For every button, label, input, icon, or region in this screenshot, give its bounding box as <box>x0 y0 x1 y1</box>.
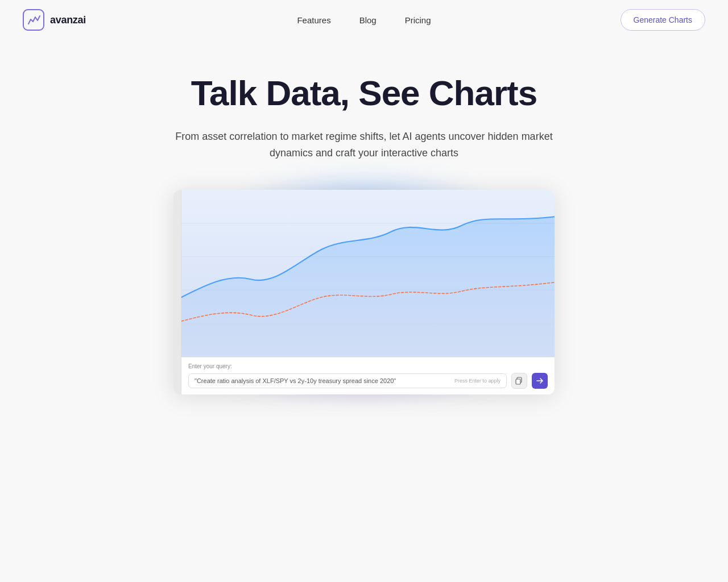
query-bar: Enter your query: "Create ratio analysis… <box>181 357 555 394</box>
svg-rect-7 <box>516 379 520 384</box>
send-icon <box>536 377 544 385</box>
query-hint: Press Enter to apply <box>454 378 500 384</box>
logo-area[interactable]: avanzai <box>23 9 86 31</box>
generate-charts-button[interactable]: Generate Charts <box>621 9 706 31</box>
hero-subtitle: From asset correlation to market regime … <box>159 128 569 161</box>
chart-svg <box>181 190 555 357</box>
query-input-text: "Create ratio analysis of XLF/SPY vs 2y-… <box>195 377 396 384</box>
chart-area <box>181 190 555 357</box>
copy-button[interactable] <box>511 373 527 389</box>
submit-button[interactable] <box>532 373 548 389</box>
hero-title: Talk Data, See Charts <box>191 74 537 113</box>
hero-section: Talk Data, See Charts From asset correla… <box>0 40 728 394</box>
query-input-row: "Create ratio analysis of XLF/SPY vs 2y-… <box>188 373 548 389</box>
query-label: Enter your query: <box>188 363 548 369</box>
app-preview: Enter your query: "Create ratio analysis… <box>173 190 555 394</box>
nav-links: Features Blog Pricing <box>297 15 431 25</box>
query-input-field[interactable]: "Create ratio analysis of XLF/SPY vs 2y-… <box>188 373 507 388</box>
preview-container: Enter your query: "Create ratio analysis… <box>165 190 563 394</box>
nav-link-blog[interactable]: Blog <box>359 15 377 25</box>
app-main-panel: Enter your query: "Create ratio analysis… <box>181 190 555 394</box>
logo-icon <box>23 9 44 31</box>
navbar: avanzai Features Blog Pricing Generate C… <box>0 0 728 40</box>
nav-link-features[interactable]: Features <box>297 15 330 25</box>
brand-name: avanzai <box>50 14 86 26</box>
copy-icon <box>515 377 523 385</box>
app-sidebar <box>173 190 181 394</box>
nav-link-pricing[interactable]: Pricing <box>405 15 431 25</box>
